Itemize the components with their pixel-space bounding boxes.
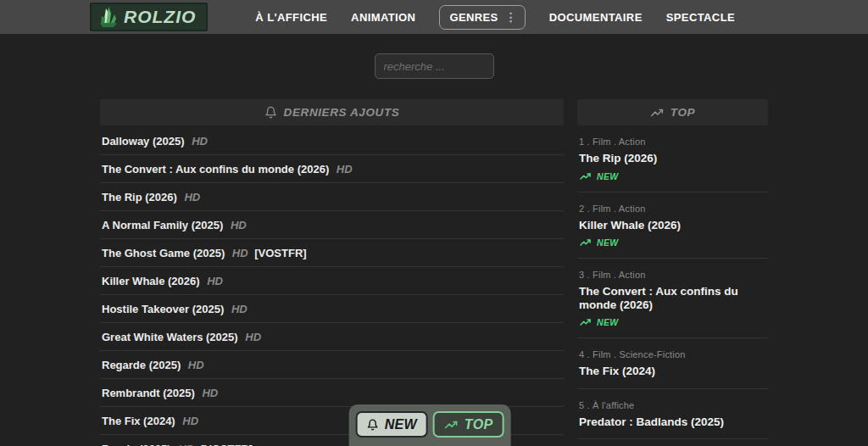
quick-new-label: NEW	[385, 417, 417, 432]
movie-title: Rembrandt (2025)	[102, 387, 195, 399]
top-navbar: ROLZIO À L'AFFICHE ANIMATION GENRES ⋮ DO…	[0, 0, 868, 34]
movie-title: Regarde (2025)	[102, 359, 181, 371]
movie-title: The Ghost Game (2025)	[102, 247, 225, 259]
genres-label: GENRES	[449, 11, 498, 24]
latest-additions-section: DERNIERS AJOUTS Dalloway (2025) HD The C…	[100, 99, 564, 446]
language-tag: [VOSTFR]	[254, 247, 306, 259]
nav-item-genres-button[interactable]: GENRES ⋮	[439, 5, 525, 30]
movie-title: Dalloway (2025)	[102, 135, 185, 148]
latest-list-item[interactable]: Regarde (2025) HD	[100, 351, 564, 379]
movie-title: Killer Whale (2026)	[579, 219, 766, 232]
top-list: 1 . Film . Action The Rip (2026) NEW 2 .…	[577, 125, 768, 439]
new-badge-label: NEW	[597, 317, 618, 327]
new-badge: NEW	[579, 317, 766, 327]
top-header: TOP	[577, 99, 768, 125]
quality-label: HD	[231, 219, 247, 231]
brand-logo[interactable]: ROLZIO	[90, 3, 208, 31]
new-badge-label: NEW	[597, 171, 618, 181]
quick-top-button[interactable]: TOP	[433, 411, 504, 438]
quality-label: HD	[207, 275, 223, 287]
trending-up-icon	[579, 237, 592, 248]
top-list-item[interactable]: 3 . Film . Action The Convert : Aux conf…	[577, 259, 768, 338]
new-badge: NEW	[579, 171, 766, 181]
top-list-item[interactable]: 4 . Film . Science-Fiction The Fix (2024…	[577, 338, 768, 389]
rank-meta: 3 . Film . Action	[579, 270, 766, 280]
rank-meta: 5 . À l'affiche	[579, 400, 766, 410]
movie-title: Predator : Badlands (2025)	[579, 415, 766, 429]
latest-additions-header: DERNIERS AJOUTS	[100, 99, 564, 125]
rank-meta: 2 . Film . Action	[579, 203, 766, 214]
latest-list-item[interactable]: Rembrandt (2025) HD	[100, 379, 564, 407]
movie-title: A Normal Family (2025)	[102, 219, 223, 231]
top-list-item[interactable]: 1 . Film . Action The Rip (2026) NEW	[577, 125, 768, 192]
bell-icon	[264, 106, 277, 119]
brand-name: ROLZIO	[124, 7, 196, 27]
movie-title: The Convert : Aux confins du monde (2026…	[102, 163, 329, 176]
latest-list-item[interactable]: The Rip (2026) HD	[100, 183, 564, 211]
nav-item-spectacle[interactable]: SPECTACLE	[666, 11, 735, 24]
bell-icon	[367, 419, 379, 431]
quality-label: HD	[202, 387, 218, 399]
latest-list-item[interactable]: Dalloway (2025) HD	[100, 127, 564, 155]
quality-label: HD	[245, 331, 261, 343]
language-tag: [VOSTFR]	[201, 443, 253, 446]
quality-label: HD	[188, 359, 204, 371]
search-input[interactable]	[375, 53, 494, 79]
movie-title: The Rip (2026)	[579, 152, 766, 165]
rank-meta: 1 . Film . Action	[579, 137, 766, 147]
latest-list-item[interactable]: A Normal Family (2025) HD	[100, 211, 564, 239]
top-list-item[interactable]: 2 . Film . Action Killer Whale (2026) NE…	[577, 192, 768, 259]
kebab-menu-icon: ⋮	[505, 13, 517, 21]
latest-list-item[interactable]: The Ghost Game (2025) HD [VOSTFR]	[100, 239, 564, 267]
movie-title: Killer Whale (2026)	[102, 275, 200, 287]
trending-up-icon	[444, 419, 459, 431]
movie-title: The Convert : Aux confins du monde (2026…	[579, 285, 766, 311]
quality-label: HD	[231, 303, 248, 315]
top-list-item[interactable]: 5 . À l'affiche Predator : Badlands (202…	[577, 389, 768, 440]
nav-item-a-laffiche[interactable]: À L'AFFICHE	[255, 11, 327, 24]
movie-title: Hostile Takeover (2025)	[102, 303, 224, 315]
trending-up-icon	[650, 107, 664, 119]
quality-label: HD	[178, 443, 194, 446]
movie-title: Great White Waters (2025)	[102, 331, 238, 343]
quality-label: HD	[192, 135, 208, 148]
quality-label: HD	[232, 247, 248, 259]
trending-up-icon	[579, 317, 592, 327]
trending-up-icon	[579, 171, 592, 181]
rank-meta: 4 . Film . Science-Fiction	[579, 349, 766, 360]
movie-title: The Fix (2024)	[102, 415, 175, 427]
new-badge-label: NEW	[597, 237, 618, 248]
top-section: TOP 1 . Film . Action The Rip (2026) NEW…	[577, 99, 768, 439]
search-row	[100, 53, 768, 79]
movie-title: The Rip (2026)	[102, 191, 177, 203]
quality-label: HD	[184, 191, 200, 203]
main-nav: À L'AFFICHE ANIMATION GENRES ⋮ DOCUMENTA…	[255, 5, 735, 30]
latest-list-item[interactable]: Killer Whale (2026) HD	[100, 267, 564, 295]
top-title: TOP	[670, 106, 695, 119]
quick-top-label: TOP	[465, 417, 493, 432]
quick-nav-bar: NEW TOP	[349, 404, 511, 446]
nav-item-animation[interactable]: ANIMATION	[351, 11, 415, 24]
movie-title: The Fix (2024)	[579, 365, 766, 378]
plant-icon	[98, 6, 119, 28]
latest-additions-title: DERNIERS AJOUTS	[284, 106, 400, 119]
nav-item-documentaire[interactable]: DOCUMENTAIRE	[549, 11, 643, 24]
latest-additions-list: Dalloway (2025) HD The Convert : Aux con…	[100, 127, 564, 446]
latest-list-item[interactable]: Hostile Takeover (2025) HD	[100, 295, 564, 323]
latest-list-item[interactable]: The Convert : Aux confins du monde (2026…	[100, 155, 564, 183]
quality-label: HD	[337, 163, 353, 176]
quick-new-button[interactable]: NEW	[356, 411, 428, 438]
movie-title: Bernie (2025)	[102, 443, 171, 446]
new-badge: NEW	[579, 237, 766, 248]
latest-list-item[interactable]: Great White Waters (2025) HD	[100, 323, 564, 351]
quality-label: HD	[182, 415, 198, 427]
